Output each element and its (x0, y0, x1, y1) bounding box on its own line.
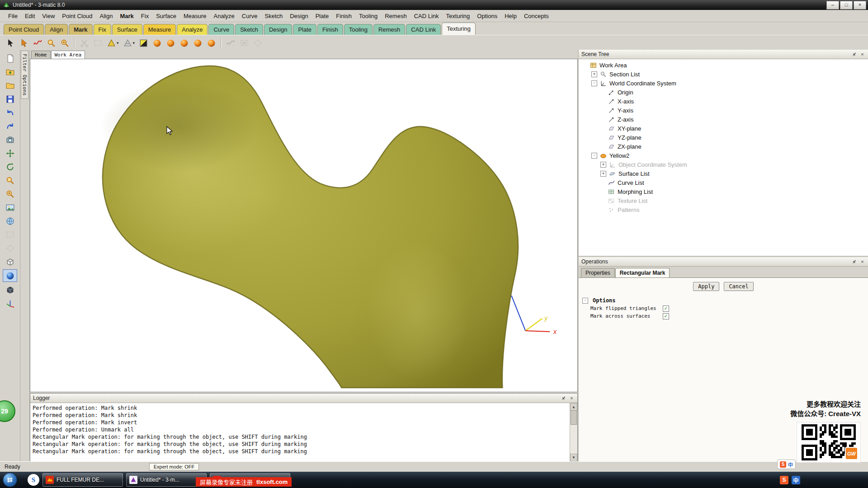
select-cursor-button[interactable] (5, 37, 17, 49)
save-button[interactable] (3, 93, 17, 105)
wireframe-view-button[interactable] (3, 256, 17, 267)
operations-pin-icon[interactable] (851, 259, 857, 265)
tree-item-xy-plane[interactable]: XY-plane (579, 124, 868, 133)
mark-triangles-button[interactable]: ▾ (105, 37, 120, 49)
menu-plate[interactable]: Plate (312, 11, 333, 21)
operations-tab-rectangular-mark[interactable]: Rectangular Mark (615, 268, 670, 277)
ribbon-tab-texturing[interactable]: Texturing (442, 23, 476, 35)
tree-item-y-axis[interactable]: Y-axis (579, 106, 868, 115)
tree-item-z-axis[interactable]: Z-axis (579, 115, 868, 124)
tree-item-morphing-list[interactable]: Morphing List (579, 187, 868, 196)
ribbon-tab-surface[interactable]: Surface (112, 24, 142, 35)
tree-expander-world-coordinate-system[interactable]: - (591, 80, 597, 86)
mark-sphere-3-button[interactable] (178, 37, 190, 49)
menu-surface[interactable]: Surface (152, 11, 180, 21)
cancel-button[interactable]: Cancel (724, 282, 753, 291)
ribbon-tab-align[interactable]: Align (45, 24, 68, 35)
ribbon-tab-tooling[interactable]: Tooling (344, 24, 373, 35)
operations-tab-properties[interactable]: Properties (581, 268, 615, 277)
sogou-tray-icon[interactable]: S (780, 476, 788, 484)
menu-help[interactable]: Help (501, 11, 520, 21)
menu-edit[interactable]: Edit (21, 11, 38, 21)
tree-item-curve-list[interactable]: Curve List (579, 178, 868, 187)
tree-item-zx-plane[interactable]: ZX-plane (579, 142, 868, 151)
redo-button[interactable] (3, 120, 17, 132)
mark-plane-button[interactable]: ▾ (122, 37, 137, 49)
world-axes-button[interactable] (3, 297, 17, 309)
scene-tree-close-icon[interactable]: × (859, 52, 865, 57)
ribbon-tab-plate[interactable]: Plate (293, 24, 316, 35)
ribbon-tab-finish[interactable]: Finish (317, 24, 343, 35)
shaded-edges-view-button[interactable] (3, 284, 17, 296)
ribbon-tab-point-cloud[interactable]: Point Cloud (4, 24, 44, 35)
checkbox-mark-flipped-triangles[interactable]: ✓ (663, 305, 669, 312)
undo-button[interactable] (3, 107, 17, 118)
mark-sphere-5-button[interactable] (205, 37, 217, 49)
menu-concepts[interactable]: Concepts (520, 11, 552, 21)
menu-remesh[interactable]: Remesh (381, 11, 410, 21)
logger-scrollbar[interactable]: ▲ ▼ (570, 403, 577, 461)
open-file-button[interactable] (3, 80, 17, 91)
viewport-tab-home[interactable]: Home (31, 51, 51, 59)
ribbon-tab-cad-link[interactable]: CAD Link (406, 24, 441, 35)
taskbar-button-untitled-3-m[interactable]: Untitled* - 3-m... (126, 473, 207, 487)
menu-finish[interactable]: Finish (332, 11, 355, 21)
tree-expander-yellow2[interactable]: - (591, 153, 597, 159)
ribbon-tab-curve[interactable]: Curve (208, 24, 234, 35)
mark-sphere-2-button[interactable] (165, 37, 177, 49)
menu-options[interactable]: Options (473, 11, 501, 21)
start-button[interactable] (3, 473, 17, 487)
close-button[interactable]: × (854, 1, 866, 9)
mark-sphere-4-button[interactable] (192, 37, 204, 49)
viewport-3d-canvas[interactable]: y x (30, 59, 578, 392)
tree-item-section-list[interactable]: +Section List (579, 70, 868, 79)
screenshot-button[interactable] (3, 134, 17, 145)
ribbon-tab-mark[interactable]: Mark (69, 24, 92, 35)
tree-item-object-coordinate-system[interactable]: +Object Coordinate System (579, 160, 868, 169)
new-document-button[interactable] (3, 52, 17, 64)
tree-item-texture-list[interactable]: Texture List (579, 196, 868, 205)
menu-align[interactable]: Align (96, 11, 117, 21)
scroll-down-icon[interactable]: ▼ (570, 454, 577, 461)
menu-file[interactable]: File (5, 11, 21, 21)
tree-item-yz-plane[interactable]: YZ-plane (579, 133, 868, 142)
menu-point-cloud[interactable]: Point Cloud (58, 11, 96, 21)
viewport-tab-work-area[interactable]: Work Area (51, 51, 85, 59)
menu-texturing[interactable]: Texturing (443, 11, 474, 21)
tree-item-world-coordinate-system[interactable]: -World Coordinate System (579, 79, 868, 88)
tree-expander-surface-list[interactable]: + (600, 171, 606, 177)
taskbar-button-full-femur-de[interactable]: FULL FEMUR DE... (42, 473, 123, 487)
scroll-thumb[interactable] (571, 410, 577, 425)
menu-curve[interactable]: Curve (238, 11, 261, 21)
minimize-button[interactable]: – (826, 1, 839, 9)
logger-close-icon[interactable]: × (569, 395, 575, 401)
menu-sketch[interactable]: Sketch (261, 11, 286, 21)
tree-item-yellow2[interactable]: -Yellow2 (579, 151, 868, 160)
tree-expander-object-coordinate-system[interactable]: + (600, 162, 606, 168)
ime-sogou-icon[interactable]: S (780, 461, 786, 468)
menu-tooling[interactable]: Tooling (355, 11, 381, 21)
tree-item-x-axis[interactable]: X-axis (579, 97, 868, 106)
tree-item-surface-list[interactable]: +Surface List (579, 169, 868, 178)
ribbon-tab-remesh[interactable]: Remesh (373, 24, 405, 35)
filter-options-tab[interactable]: Filter Options (21, 51, 28, 99)
menu-mark[interactable]: Mark (116, 11, 137, 21)
ribbon-tab-analyze[interactable]: Analyze (177, 24, 208, 35)
ime-mode-label[interactable]: 中 (788, 461, 793, 468)
operations-close-icon[interactable]: × (859, 259, 865, 265)
translate-view-button[interactable] (3, 147, 17, 159)
maximize-button[interactable]: □ (840, 1, 853, 9)
zoom-out-tool-button[interactable] (59, 37, 71, 49)
zoom-in-tool-button[interactable] (45, 37, 57, 49)
scene-tree-pin-icon[interactable] (851, 52, 857, 57)
checkbox-mark-across-surfaces[interactable]: ✓ (663, 313, 669, 319)
mark-sphere-1-button[interactable] (151, 37, 163, 49)
browser-quicklaunch-icon[interactable]: S (28, 474, 39, 486)
options-expander[interactable]: - (582, 298, 588, 304)
dropdown-arrow-icon[interactable]: ▾ (117, 41, 119, 45)
pick-cursor-button[interactable] (18, 37, 30, 49)
ribbon-tab-measure[interactable]: Measure (143, 24, 176, 35)
menu-cad-link[interactable]: CAD Link (410, 11, 443, 21)
tree-item-origin[interactable]: Origin (579, 88, 868, 97)
menu-design[interactable]: Design (286, 11, 311, 21)
